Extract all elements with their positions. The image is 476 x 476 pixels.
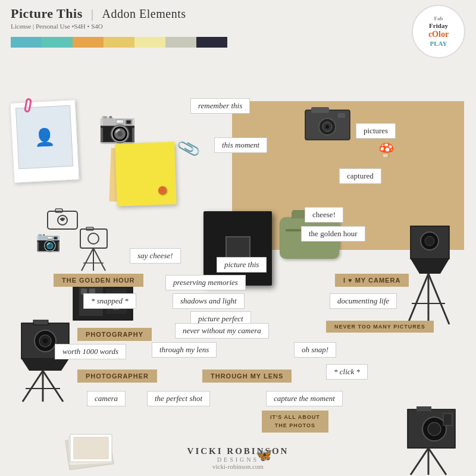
label-click: * click * <box>326 364 368 380</box>
brand-url: vicki-robinson.com <box>0 463 476 470</box>
svg-line-22 <box>93 248 105 271</box>
label-say-cheese: say cheese! <box>130 248 181 264</box>
svg-point-45 <box>428 422 441 436</box>
small-vintage-camera: 📷 <box>36 229 61 253</box>
footer: VICKI ROBINSON DESIGNS vicki-robinson.co… <box>0 446 476 470</box>
push-pin <box>158 186 167 195</box>
svg-point-36 <box>43 339 48 343</box>
svg-line-12 <box>428 274 449 324</box>
label-through-lens-w: through my lens <box>152 342 217 358</box>
label-oh-snap: oh snap! <box>294 342 336 358</box>
page: Picture This | Addon Elements License | … <box>0 0 476 476</box>
content-area: 👤 📎 📷 <box>0 51 476 476</box>
title-subtitle: Addon Elements <box>102 7 186 20</box>
label-this-moment: this moment <box>214 137 267 153</box>
label-never-too-many: NEVER TOO MANY PICTURES <box>326 321 434 333</box>
svg-point-9 <box>425 236 434 246</box>
label-snapped: * snapped * <box>83 293 136 309</box>
label-golden-hour-white: the golden hour <box>301 226 365 242</box>
title-pipe: | <box>91 6 98 21</box>
label-remember-this: remember this <box>190 98 250 114</box>
badge-friday: Friday <box>429 22 448 30</box>
label-documenting: documenting life <box>330 293 397 309</box>
label-camera: camera <box>87 391 126 406</box>
swatch-1 <box>11 37 42 48</box>
svg-rect-1 <box>311 107 329 113</box>
vintage-camera-1: 📷 <box>98 109 137 145</box>
sticky-note <box>115 142 177 206</box>
brand-name: VICKI ROBINSON <box>0 446 476 456</box>
svg-rect-17 <box>80 229 107 248</box>
label-golden-hour-kraft: THE GOLDEN HOUR <box>54 274 143 287</box>
svg-rect-5 <box>338 113 345 118</box>
label-its-all-about: IT'S ALL ABOUTTHE PHOTOS <box>262 411 328 433</box>
badge-play: PLAY <box>430 40 447 48</box>
swatch-2 <box>42 37 73 48</box>
label-preserving: preserving memories <box>165 275 246 290</box>
label-pictures: pictures <box>356 123 396 139</box>
label-photographer-kraft: PHOTOGRAPHER <box>77 369 157 383</box>
swatch-6 <box>165 37 196 48</box>
svg-line-38 <box>23 371 43 402</box>
binder-clip: 📎 <box>176 136 202 161</box>
svg-rect-33 <box>33 320 48 325</box>
label-picture-this: picture this <box>217 257 267 273</box>
butterfly-decoration: 🦋 <box>256 447 272 463</box>
label-shadows: shadows and light <box>173 293 245 309</box>
large-bellows-left <box>17 318 79 407</box>
label-captured: captured <box>339 168 381 184</box>
color-swatches <box>11 37 227 48</box>
label-through-lens-kraft: THROUGH MY LENS <box>202 369 292 383</box>
badge-color: cOlor <box>428 30 449 40</box>
svg-point-4 <box>325 125 329 129</box>
swatch-4 <box>104 37 134 48</box>
svg-marker-7 <box>411 259 449 274</box>
label-capture-moment: capture the moment <box>266 391 343 406</box>
svg-line-10 <box>408 274 428 324</box>
photo-frame: 👤 <box>10 99 80 183</box>
frame-photo-inner: 👤 <box>15 105 73 170</box>
page-title: Picture This | Addon Elements <box>11 6 186 21</box>
badge-fab: Fab <box>434 15 443 22</box>
svg-line-40 <box>43 371 63 402</box>
label-never-without: never without my camera <box>175 323 269 339</box>
svg-marker-37 <box>21 359 69 371</box>
svg-line-20 <box>82 248 93 271</box>
swatch-5 <box>134 37 165 48</box>
title-main: Picture This <box>11 6 83 21</box>
svg-point-18 <box>88 233 99 244</box>
label-photography: PHOTOGRAPHY <box>77 328 152 341</box>
label-perfect-shot: the perfect shot <box>147 391 210 406</box>
vintage-camera-2 <box>302 104 353 152</box>
small-object-top-right: 🍄 <box>378 143 394 158</box>
brand-subtitle: DESIGNS <box>0 456 476 463</box>
header: Picture This | Addon Elements License | … <box>11 6 186 30</box>
sketch-camera-tripod <box>74 226 113 276</box>
label-cheese-excl: cheese! <box>305 207 343 223</box>
license-text: License | Personal Use •S4H • S4O <box>11 23 186 30</box>
swatch-3 <box>73 37 104 48</box>
label-worth-1000: worth 1000 words <box>55 344 126 359</box>
svg-rect-46 <box>443 414 452 425</box>
svg-rect-43 <box>416 406 431 411</box>
label-i-love-camera: I ♥ MY CAMERA <box>335 274 409 287</box>
swatch-7 <box>196 37 227 48</box>
